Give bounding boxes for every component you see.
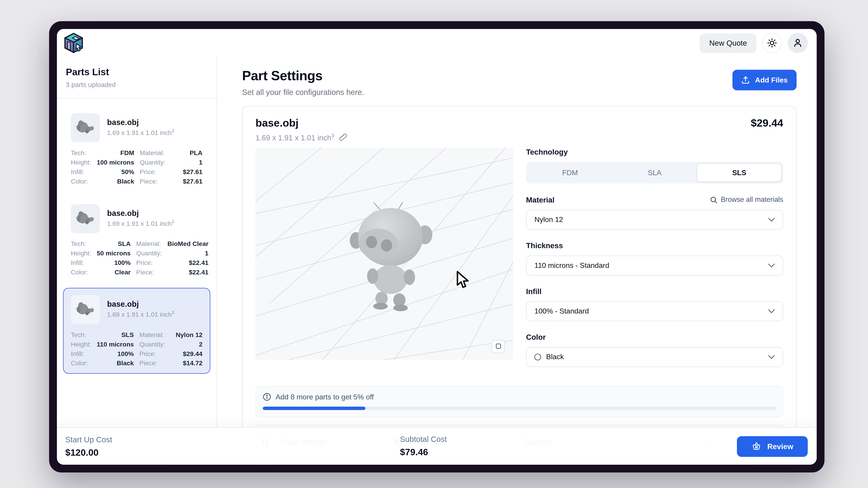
part-dimensions: 1.69 x 1.91 x 1.01 inch3: [107, 219, 174, 227]
part-card-title-block: base.obj 1.69 x 1.91 x 1.01 inch3: [107, 113, 174, 136]
tab-fdm[interactable]: FDM: [528, 163, 612, 182]
part-name: base.obj: [107, 300, 174, 308]
add-files-button[interactable]: Add Files: [733, 70, 797, 90]
detail-label: Quantity:: [136, 250, 162, 257]
detail-value: 1: [171, 159, 203, 166]
part-card-head: base.obj 1.69 x 1.91 x 1.01 inch3: [71, 295, 202, 324]
page-title: Part Settings: [242, 68, 364, 84]
color-value: Black: [546, 353, 564, 361]
detail-label: Tech:: [71, 241, 91, 247]
detail-value: 100%: [97, 260, 131, 266]
part-details: Tech: SLA Material: BioMed Clear Height:…: [71, 241, 202, 276]
part-card-head: base.obj 1.69 x 1.91 x 1.01 inch3: [71, 113, 202, 142]
part-card-3-selected[interactable]: base.obj 1.69 x 1.91 x 1.01 inch3 Tech: …: [63, 288, 211, 374]
app-logo-icon[interactable]: [62, 32, 85, 54]
part-card-1[interactable]: base.obj 1.69 x 1.91 x 1.01 inch3 Tech: …: [63, 106, 211, 192]
promo-progress-fill: [263, 406, 365, 410]
detail-value: 2: [170, 341, 203, 348]
part-card-title-block: base.obj 1.69 x 1.91 x 1.01 inch3: [107, 295, 174, 318]
detail-label: Color:: [71, 269, 91, 276]
user-icon: [792, 37, 803, 49]
basket-icon: [752, 441, 762, 451]
theme-toggle-button[interactable]: [762, 33, 782, 53]
selected-part-name: base.obj: [255, 117, 298, 129]
thickness-label: Thickness: [526, 241, 783, 249]
square-icon: [496, 343, 501, 348]
header-actions: New Quote: [700, 33, 808, 53]
detail-label: Height:: [71, 341, 91, 348]
part-name: base.obj: [107, 118, 174, 127]
material-select[interactable]: Nylon 12: [526, 210, 783, 230]
detail-value: SLA: [97, 241, 131, 247]
detail-label: Piece:: [140, 360, 165, 367]
promo-text-row: Add 8 more parts to get 5% off: [263, 392, 776, 401]
technology-segmented-control: FDM SLA SLS: [526, 161, 783, 183]
color-label: Color: [526, 333, 783, 341]
part-card-title-block: base.obj 1.69 x 1.91 x 1.01 inch3: [107, 204, 174, 227]
viewer-fit-button[interactable]: [491, 339, 505, 353]
app-body: Parts List 3 parts uploaded: [57, 57, 817, 465]
cost-footer: Start Up Cost $120.00 Subtotal Cost $79.…: [57, 427, 817, 464]
tab-sla[interactable]: SLA: [612, 163, 697, 182]
detail-value: 100%: [97, 350, 134, 357]
thickness-value: 110 microns - Standard: [534, 261, 609, 269]
detail-value: $29.44: [170, 350, 203, 357]
detail-label: Color:: [71, 178, 91, 185]
app-header: New Quote: [57, 29, 817, 57]
infill-value: 100% - Standard: [534, 307, 589, 315]
detail-value: $27.61: [171, 169, 203, 175]
app-window: New Quote: [57, 29, 817, 464]
detail-label: Piece:: [140, 178, 165, 185]
infill-select[interactable]: 100% - Standard: [526, 301, 783, 321]
part-settings-panel: base.obj $29.44 1.69 x 1.91 x 1.01 inch3: [242, 106, 797, 465]
page-subtitle: Set all your file configurations here.: [242, 88, 364, 96]
account-button[interactable]: [788, 33, 808, 53]
part-thumbnail: [71, 295, 100, 324]
part-card-2[interactable]: base.obj 1.69 x 1.91 x 1.01 inch3 Tech: …: [63, 197, 211, 283]
detail-value: 100 microns: [97, 159, 134, 166]
sidebar-subtitle: 3 parts uploaded: [66, 81, 208, 89]
settings-column: Technology FDM SLA SLS Material: [526, 148, 783, 378]
subtotal-cost-value: $79.46: [400, 447, 447, 457]
chevron-down-icon: [768, 263, 775, 268]
model-viewer-canvas[interactable]: [255, 148, 513, 360]
detail-label: Price:: [136, 260, 162, 266]
window-frame: New Quote: [49, 21, 825, 472]
tab-sls-active[interactable]: SLS: [697, 163, 781, 182]
main-header: Part Settings Set all your file configur…: [242, 68, 797, 96]
detail-value: Nylon 12: [170, 331, 203, 338]
detail-value: Black: [97, 178, 134, 185]
detail-value: Black: [97, 360, 134, 367]
detail-label: Height:: [71, 159, 91, 166]
review-button[interactable]: Review: [737, 436, 808, 457]
startup-cost-block: Start Up Cost $120.00: [65, 435, 112, 458]
detail-value: 110 microns: [97, 341, 134, 348]
ruler-icon[interactable]: [339, 133, 347, 142]
subtotal-cost-label: Subtotal Cost: [400, 434, 447, 443]
stage: New Quote: [0, 0, 868, 488]
info-icon: [263, 392, 271, 401]
thickness-select[interactable]: 110 microns - Standard: [526, 255, 783, 275]
add-files-label: Add Files: [755, 76, 787, 84]
detail-label: Quantity:: [140, 341, 165, 348]
detail-label: Tech:: [71, 149, 91, 156]
detail-label: Material:: [140, 331, 165, 338]
part-dimensions: 1.69 x 1.91 x 1.01 inch3: [107, 310, 174, 318]
new-quote-button[interactable]: New Quote: [700, 33, 756, 53]
subtotal-cost-block: Subtotal Cost $79.46: [400, 434, 447, 457]
detail-value: FDM: [97, 149, 134, 156]
detail-value: PLA: [171, 149, 203, 156]
browse-materials-link[interactable]: Browse all materials: [710, 196, 783, 204]
detail-value: 50%: [97, 169, 134, 175]
panel-body: Technology FDM SLA SLS Material: [255, 148, 783, 378]
detail-value: Clear: [97, 269, 131, 276]
part-dimensions: 1.69 x 1.91 x 1.01 inch3: [107, 128, 174, 136]
robot-model: [344, 202, 438, 317]
part-name: base.obj: [107, 209, 174, 217]
main-title-block: Part Settings Set all your file configur…: [242, 68, 364, 96]
color-select[interactable]: Black: [526, 347, 783, 367]
infill-label: Infill: [526, 287, 783, 296]
part-thumbnail: [71, 204, 100, 233]
detail-value: $22.41: [167, 260, 209, 266]
main-content: Part Settings Set all your file configur…: [217, 57, 817, 465]
